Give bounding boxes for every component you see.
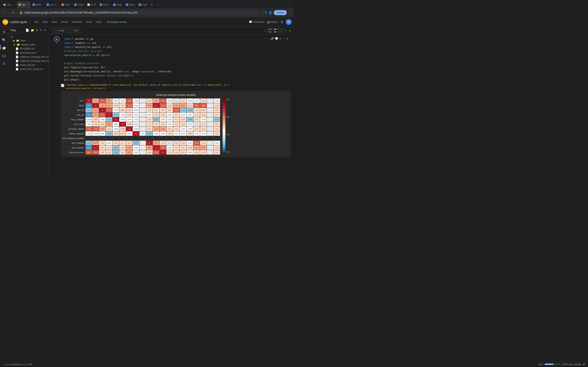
menu-help[interactable]: Help [95,20,103,24]
run-cell-btn[interactable]: ▶ [54,36,60,42]
more-cell-icon[interactable]: ⋮ [290,37,292,40]
new-file-icon[interactable]: 📄 [26,29,29,32]
cell-actions-bar: ↑ ↓ 🔗 💬 ⚙ ⤢ 🗑 ⋮ [266,36,292,40]
avatar[interactable]: U [286,19,292,25]
cell-code-content[interactable]: import pandas as pd import seaborn as sn… [62,36,266,83]
account-btn[interactable]: 👤 [269,11,272,14]
hamburger-icon[interactable]: ☰ [1,29,7,36]
all-changes-saved: All changes saved [106,21,126,24]
tab-koper[interactable]: Koper [73,1,85,8]
notebook-toolbar: + + Code + + Text ✓ RAM Disk [49,27,294,34]
tab-stude[interactable]: Stude [124,1,137,8]
add-code-btn[interactable]: + + Code [52,28,66,33]
move-up-icon[interactable]: ↑ [266,37,268,40]
warning-text: <ipython-input-17-9dde8692e569>:5: Futur… [66,83,229,90]
colorbar: 1.0 0.8 0.6 0.4 [223,99,229,153]
star-icon[interactable]: ☆ [29,20,31,24]
file-item-readme[interactable]: 📄 README.md [8,47,49,51]
notebook-title: Lat2DS.ipynb [10,20,27,24]
menu-edit[interactable]: Edit [41,20,49,24]
file-item-ca-train[interactable]: 📄 california_housing_train.csv [8,59,49,63]
code-cell: ▶ 2s import pandas as pd import seaborn … [49,35,294,159]
output-stream-icon: ⬜ [61,84,64,87]
browser-chrome: Lat3... × Lat... × BISA × (14) V × EDA_ … [0,0,294,17]
update-button[interactable]: Update [274,10,287,15]
file-item-mnist-test[interactable]: 📄 mnist_test.csv [8,63,49,67]
heatmap-title: Heatmap Korelasi Antara Variabel [62,93,289,96]
address-input[interactable]: 🔒 colab.research.google.com/drive/1dKaYF… [16,10,259,15]
colab-logo: CO [2,19,8,25]
left-icon-bar: ☰ 🔍 📁 {x} ☰ [0,27,8,178]
file-item-ca-test[interactable]: 📄 california_housing_test.csv [8,55,49,59]
comment-cell-icon[interactable]: 💬 [275,37,278,40]
menu-bar: File Edit View Insert Runtime Tools Help [33,20,103,24]
address-bar: ← → ↻ 🔒 colab.research.google.com/drive/… [0,8,294,17]
close-sidebar-icon[interactable]: ✕ [44,29,46,32]
settings-cell-icon[interactable]: ⚙ [279,37,282,40]
file-item-sample-data[interactable]: ▼ 📁 sample_data [8,43,49,47]
tab-eda[interactable]: EDA_ [60,1,72,8]
sidebar-header: Files 📄 📁 ⬆ ↻ ✕ [8,27,49,34]
share-btn[interactable]: 👥 Share [267,20,278,24]
file-item-drive[interactable]: ▶ 📁 drive [8,39,49,43]
cell-left-controls: ▶ 2s [51,36,62,44]
heatmap-grid: 1 0.41 0.17 0.37 0.009 0.08 0.48 -0.025 … [86,99,220,155]
checkmark-icon: ✓ [264,29,267,32]
menu-runtime[interactable]: Runtime [70,20,83,24]
heatmap-output: Heatmap Korelasi Antara Variabel price r… [61,91,291,157]
settings-btn[interactable]: ⚙ [281,20,283,24]
tab-10r[interactable]: 10. R [86,1,98,8]
expand-cell-icon[interactable]: ⤢ [283,37,285,40]
search-icon[interactable]: 🔍 [0,36,8,44]
file-tree: ⊕ .. ▶ 📁 drive ▼ 📁 sample_data 📄 README.… [8,34,49,178]
menu-view[interactable]: View [50,20,59,24]
tab-bisa[interactable]: BISA × [31,1,44,8]
tab-search-btn[interactable]: ⧉ [265,11,267,14]
file-item-dotdot[interactable]: ⊕ .. [8,34,49,39]
sidebar-active-indicator [0,45,1,50]
notebook-content: + + Code + + Text ✓ RAM Disk [49,27,294,178]
menu-tools[interactable]: Tools [84,20,94,24]
tab-empl[interactable]: Empl [137,1,149,8]
file-item-mnist-train[interactable]: 📄 mnist_train_small.csv [8,67,49,71]
comment-btn[interactable]: 💬 Comment [249,20,264,24]
reload-btn[interactable]: ↻ [12,11,15,14]
new-folder-icon[interactable]: 📁 [31,29,34,32]
tab-analy[interactable]: Analy [112,1,124,8]
collapse-all-btn[interactable]: ∧ [289,29,291,32]
file-item-anscombe[interactable]: 📄 anscombe.json [8,51,49,55]
delete-cell-icon[interactable]: 🗑 [286,37,289,40]
colab-appbar: CO Lat2DS.ipynb ☆ File Edit View Insert … [0,17,294,27]
menu-insert[interactable]: Insert [60,20,69,24]
address-text: colab.research.google.com/drive/1dKaYFbw… [24,11,138,14]
expand-btn[interactable]: ▽ [285,29,287,32]
upload-icon[interactable]: ⬆ [36,29,38,32]
link-icon[interactable]: 🔗 [270,37,274,40]
cell-output: ⬜ <ipython-input-17-9dde8692e569>:5: Fut… [49,83,294,157]
tab-14v[interactable]: (14) V × [45,1,60,8]
cell-header-row: ▶ 2s import pandas as pd import seaborn … [49,35,294,83]
forward-btn[interactable]: → [7,11,11,15]
toolbar-right: 💬 Comment 👥 Share ⚙ U [249,19,292,25]
menu-dots[interactable]: ⋮ [288,11,292,15]
move-down-icon[interactable]: ↓ [268,37,270,40]
tab-more[interactable]: ⌄ [155,3,160,6]
heatmap-row-labels: price rating has_5g has_nfc has_ir_blast… [62,99,85,155]
tab-bar: Lat3... × Lat... × BISA × (14) V × EDA_ … [0,0,294,8]
tab-lat2ds-active[interactable]: Lat... × [17,1,30,8]
files-icon[interactable]: 📁 [0,44,8,52]
heatmap-body: price rating has_5g has_nfc has_ir_blast… [62,99,289,155]
tab-findc[interactable]: Find C [98,1,111,8]
file-sidebar: Files 📄 📁 ⬆ ↻ ✕ ⊕ .. ▶ 📁 drive ▼ 📁 sampl… [8,27,49,178]
bookmark-btn[interactable]: ☆ [261,11,263,14]
menu-file[interactable]: File [33,20,40,24]
tab-new[interactable]: + [149,3,155,7]
code-icon[interactable]: {x} [0,52,8,59]
output-warning-row: ⬜ <ipython-input-17-9dde8692e569>:5: Fut… [61,83,291,90]
back-btn[interactable]: ← [2,11,6,15]
section-icon[interactable]: ☰ [1,60,7,67]
tab-lat3[interactable]: Lat3... × [2,1,16,8]
refresh-icon[interactable]: ↻ [40,29,42,32]
cell-run-time: 2s [56,42,58,44]
add-text-btn[interactable]: + + Text [68,28,80,33]
